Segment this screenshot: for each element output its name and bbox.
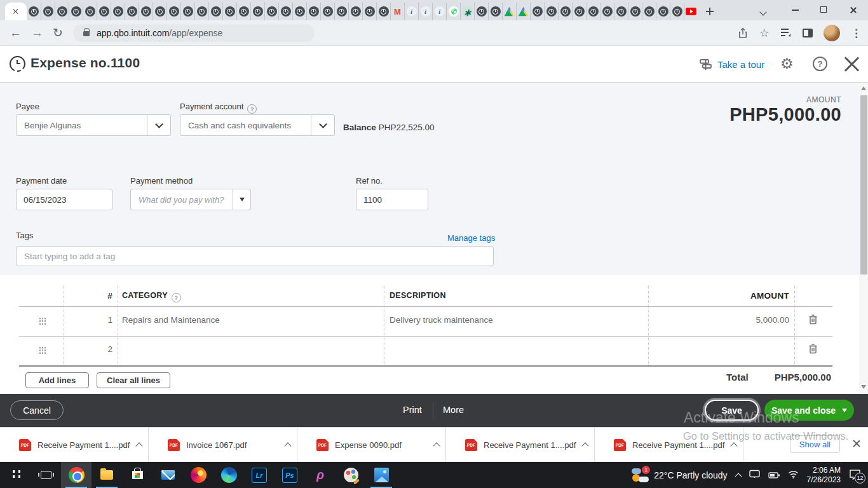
qb-tab[interactable] — [236, 3, 250, 20]
downloads-close-icon[interactable] — [852, 439, 861, 448]
qb-tab[interactable] — [628, 3, 642, 20]
save-button[interactable]: Save — [705, 400, 759, 421]
taskbar-chrome-icon[interactable] — [61, 462, 92, 488]
drag-handle-icon[interactable] — [39, 317, 46, 325]
show-all-downloads-button[interactable]: Show all — [790, 435, 840, 453]
cancel-button[interactable]: Cancel — [10, 400, 64, 420]
scroll-up-arrow[interactable] — [861, 86, 866, 90]
gear-icon[interactable] — [780, 55, 794, 72]
qb-tab[interactable] — [222, 3, 236, 20]
tab-search-chevron[interactable] — [761, 6, 767, 12]
qb-tab[interactable] — [27, 3, 41, 20]
lock-icon[interactable] — [83, 31, 90, 36]
qb-tab[interactable] — [208, 3, 222, 20]
taskbar-photos-icon[interactable] — [366, 462, 397, 488]
reading-list-icon[interactable] — [780, 28, 792, 38]
qb-tab[interactable] — [180, 3, 194, 20]
taskbar-mail-icon[interactable] — [153, 462, 183, 488]
drag-handle-icon[interactable] — [39, 346, 46, 355]
qb-tab[interactable] — [670, 3, 684, 20]
new-tab-button[interactable] — [702, 3, 718, 20]
chevron-up-icon[interactable] — [581, 442, 588, 449]
qb-tab[interactable] — [488, 3, 502, 20]
payee-chevron-button[interactable] — [147, 115, 170, 135]
qb-tab[interactable] — [474, 3, 488, 20]
save-and-close-button[interactable]: Save and close — [764, 400, 854, 421]
payment-date-input[interactable] — [16, 189, 112, 210]
payment-method-select[interactable]: What did you pay with? — [130, 189, 251, 210]
taskbar-photoshop-icon[interactable]: Ps — [275, 462, 305, 488]
whatsapp-tab[interactable] — [446, 3, 460, 20]
trash-icon[interactable] — [808, 343, 818, 356]
qb-tab[interactable] — [362, 3, 376, 20]
ref-no-input[interactable] — [356, 189, 428, 210]
qb-tab[interactable] — [83, 3, 97, 20]
battery-icon[interactable] — [768, 470, 780, 481]
row-amount[interactable]: 5,000.00 — [648, 315, 789, 325]
chevron-up-icon[interactable] — [433, 442, 440, 449]
page-scrollbar[interactable] — [859, 83, 868, 394]
youtube-tab[interactable] — [684, 3, 698, 20]
help-icon[interactable]: ? — [813, 57, 827, 71]
download-item[interactable]: Receive Payment 1....pdf — [0, 428, 149, 462]
window-minimize-button[interactable] — [792, 10, 799, 11]
qb-tab[interactable] — [558, 3, 572, 20]
tags-input[interactable] — [16, 246, 494, 266]
gmail-tab[interactable] — [390, 3, 404, 20]
info-tab[interactable] — [404, 3, 418, 20]
download-item[interactable]: Invoice 1067.pdf — [149, 428, 297, 462]
qb-tab[interactable] — [250, 3, 264, 20]
address-bar[interactable]: app.qbo.intuit.com/app/expense — [73, 24, 315, 42]
info-tab[interactable] — [432, 3, 446, 20]
taskbar-edge-icon[interactable] — [214, 462, 244, 488]
taskbar-clock[interactable]: 2:06 AM 7/26/2023 — [807, 466, 841, 485]
forward-icon[interactable]: → — [31, 27, 43, 39]
qb-tab[interactable] — [572, 3, 586, 20]
more-button[interactable]: More — [443, 405, 464, 415]
qb-tab[interactable] — [111, 3, 125, 20]
tray-chevron-up-icon[interactable] — [735, 473, 742, 480]
bookmark-star-icon[interactable] — [759, 26, 770, 40]
profile-avatar[interactable] — [824, 25, 840, 41]
back-icon[interactable]: ← — [10, 27, 22, 39]
scroll-down-arrow[interactable] — [861, 385, 866, 389]
row-description[interactable]: Delivery truck maintenance — [390, 315, 493, 325]
your-phone-icon[interactable] — [749, 470, 760, 481]
taskbar-start-icon[interactable] — [0, 462, 31, 488]
qb-tab[interactable] — [320, 3, 334, 20]
take-a-tour-button[interactable]: Take a tour — [699, 58, 764, 71]
taskbar-paint-icon[interactable] — [336, 462, 366, 488]
chevron-up-icon[interactable] — [135, 442, 142, 449]
active-tab[interactable] — [5, 3, 27, 20]
drive-tab[interactable] — [516, 3, 530, 20]
help-circle-icon[interactable]: ? — [172, 293, 181, 302]
action-center-icon[interactable]: 12 — [849, 469, 863, 482]
qb-tab[interactable] — [139, 3, 153, 20]
payment-account-select[interactable]: Cash and cash equivalents — [180, 114, 335, 136]
chevron-up-icon[interactable] — [730, 442, 737, 449]
qb-tab[interactable] — [376, 3, 390, 20]
scrollbar-thumb[interactable] — [860, 95, 867, 274]
browser-menu-icon[interactable] — [851, 27, 862, 40]
chatgpt-tab[interactable] — [460, 3, 474, 20]
wifi-icon[interactable] — [788, 470, 799, 481]
download-item[interactable]: Expense 0090.pdf — [297, 428, 446, 462]
row-category[interactable]: Repairs and Maintenance — [122, 315, 220, 325]
tab-close-icon[interactable] — [13, 8, 19, 15]
qb-tab[interactable] — [614, 3, 628, 20]
manage-tags-link[interactable]: Manage tags — [447, 233, 495, 243]
payment-method-caret-button[interactable] — [233, 189, 250, 210]
qb-tab[interactable] — [41, 3, 55, 20]
close-expense-icon[interactable] — [844, 55, 859, 70]
chevron-up-icon[interactable] — [284, 442, 291, 449]
qb-tab[interactable] — [69, 3, 83, 20]
qb-tab[interactable] — [348, 3, 362, 20]
taskbar-lightroom-icon[interactable]: Lr — [244, 462, 275, 488]
trash-icon[interactable] — [808, 314, 818, 327]
help-circle-icon[interactable]: ? — [247, 104, 257, 114]
taskbar-taskview-icon[interactable] — [31, 462, 61, 488]
taskbar-store-icon[interactable] — [122, 462, 153, 488]
payment-account-chevron-button[interactable] — [311, 115, 334, 135]
qb-tab[interactable] — [544, 3, 558, 20]
qb-tab[interactable] — [166, 3, 180, 20]
